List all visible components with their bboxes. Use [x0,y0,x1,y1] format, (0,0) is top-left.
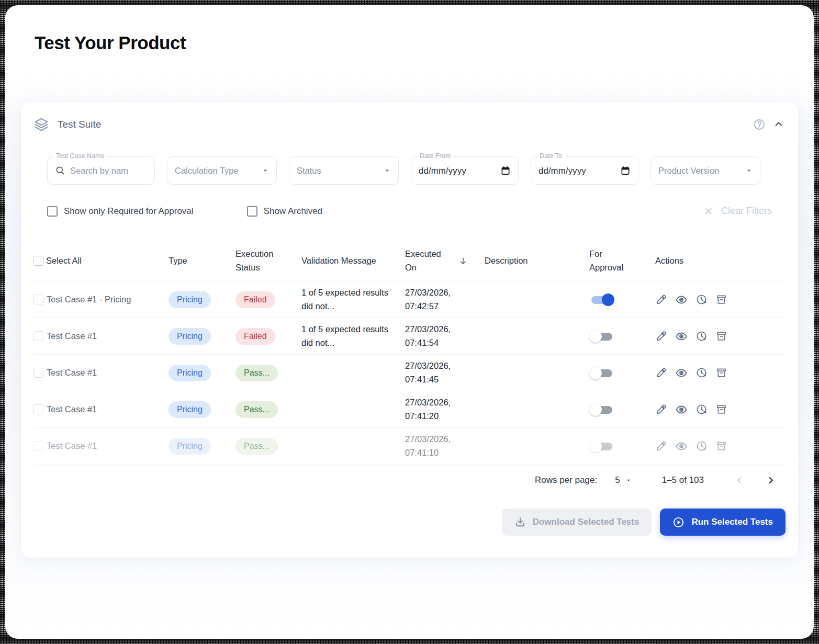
edit-pencil-icon[interactable] [655,440,667,452]
show-archived-checkbox[interactable]: Show Archived [247,206,322,217]
status-badge: Pass... [235,438,278,455]
type-header: Type [169,254,235,268]
checkbox-icon[interactable] [247,206,257,217]
search-input[interactable] [70,166,147,176]
status-badge: Pass... [235,365,278,381]
date-from-value: dd/mm/yyyy [419,166,500,176]
archive-box-icon[interactable] [715,293,727,306]
test-case-name[interactable]: Test Case #1 [47,367,97,378]
row-checkbox[interactable] [33,295,43,304]
download-selected-tests-button[interactable]: Download Selected Tests [502,509,652,536]
table-row: Test Case #1 - Pricing Pricing Failed 1 … [33,281,786,318]
clear-filters-button[interactable]: Clear Filters [703,206,772,217]
show-only-required-checkbox[interactable]: Show only Required for Approval [47,206,194,217]
test-cases-table: Select All Type Execution Status Validat… [33,241,786,465]
table-row: Test Case #1 Pricing Pass... 27/03/2026,… [33,428,786,465]
archive-box-icon[interactable] [715,330,727,342]
date-to-field[interactable]: Date To dd/mm/yyyy [531,156,638,185]
row-checkbox[interactable] [33,404,43,414]
executed-on-value: 27/03/2026,07:42:57 [405,286,485,313]
for-approval-toggle[interactable] [589,330,614,343]
checkbox-icon[interactable] [47,206,58,217]
pagination-range: 1–5 of 103 [662,475,704,485]
executed-on-label: Executed On [405,247,453,274]
select-all-checkbox[interactable] [33,256,43,266]
select-all-header[interactable]: Select All [33,254,169,268]
show-only-required-label: Show only Required for Approval [64,206,194,217]
run-selected-tests-button[interactable]: Run Selected Tests [660,509,786,536]
rows-per-page-select[interactable]: 5 [615,475,631,485]
date-from-field[interactable]: Date From dd/mm/yyyy [411,156,519,185]
actions-header: Actions [655,254,786,268]
prev-page-button[interactable] [732,473,747,488]
caret-down-icon [745,167,753,174]
date-from-label: Date From [417,152,453,160]
sort-descending-icon[interactable] [458,256,468,266]
row-checkbox[interactable] [33,441,43,451]
for-approval-toggle[interactable] [589,439,614,453]
type-badge: Pricing [169,401,211,418]
chevron-up-icon[interactable] [772,118,786,131]
run-button-label: Run Selected Tests [691,517,773,527]
chevron-right-icon [766,475,776,485]
history-clock-icon[interactable] [695,403,708,415]
select-all-label: Select All [46,254,82,268]
validation-message: 1 of 5 expected results did not... [301,323,405,349]
calendar-icon[interactable] [620,165,631,176]
test-suite-panel: Test Suite Test [21,102,798,558]
caret-down-icon [262,167,269,174]
status-select[interactable]: Status [289,156,399,185]
eye-view-icon[interactable] [675,367,688,379]
archive-box-icon[interactable] [715,403,727,415]
archive-box-icon[interactable] [715,440,727,452]
eye-view-icon[interactable] [675,293,688,306]
history-clock-icon[interactable] [695,367,708,379]
status-badge: Failed [235,328,275,345]
caret-down-icon [625,477,632,483]
eye-view-icon[interactable] [675,403,688,416]
type-badge: Pricing [169,365,211,381]
type-badge: Pricing [169,328,211,345]
edit-pencil-icon[interactable] [655,367,667,379]
calendar-icon[interactable] [500,165,511,176]
for-approval-toggle[interactable] [589,366,614,380]
test-case-name[interactable]: Test Case #1 [47,404,97,415]
rows-per-page-label: Rows per page: [535,475,597,485]
for-approval-header: For Approval [589,247,639,274]
row-checkbox[interactable] [33,331,43,341]
edit-pencil-icon[interactable] [655,330,667,342]
date-to-label: Date To [537,152,565,160]
status-badge: Failed [235,291,275,308]
test-case-name[interactable]: Test Case #1 [47,331,97,342]
status-badge: Pass... [235,401,278,418]
page-title: Test Your Product [35,32,186,53]
pagination-bar: Rows per page: 5 1–5 of 103 [33,473,786,488]
for-approval-toggle[interactable] [589,403,614,416]
help-icon[interactable] [752,117,767,132]
row-checkbox[interactable] [33,368,43,378]
edit-pencil-icon[interactable] [655,293,667,306]
history-clock-icon[interactable] [695,330,708,342]
eye-view-icon[interactable] [675,440,688,453]
product-version-select[interactable]: Product Version [650,156,760,185]
eye-view-icon[interactable] [675,330,688,343]
history-clock-icon[interactable] [695,440,708,452]
show-archived-label: Show Archived [264,206,322,217]
edit-pencil-icon[interactable] [655,403,667,415]
clear-filters-label: Clear Filters [721,206,772,217]
test-case-name-field[interactable]: Test Case Name [47,156,155,185]
play-circle-icon [672,516,685,528]
for-approval-toggle[interactable] [589,293,614,307]
executed-on-value: 27/03/2026,07:41:20 [405,396,485,423]
app-window: Test Your Product Test Suite [5,5,814,639]
executed-on-header[interactable]: Executed On [405,247,485,274]
history-clock-icon[interactable] [695,293,708,306]
next-page-button[interactable] [764,473,778,488]
table-row: Test Case #1 Pricing Pass... 27/03/2026,… [33,355,786,391]
date-to-value: dd/mm/yyyy [538,166,620,176]
calculation-type-select[interactable]: Calculation Type [167,156,277,185]
archive-box-icon[interactable] [715,367,727,379]
test-case-name[interactable]: Test Case #1 [47,440,97,451]
test-case-name[interactable]: Test Case #1 - Pricing [47,294,131,305]
type-badge: Pricing [169,438,211,455]
